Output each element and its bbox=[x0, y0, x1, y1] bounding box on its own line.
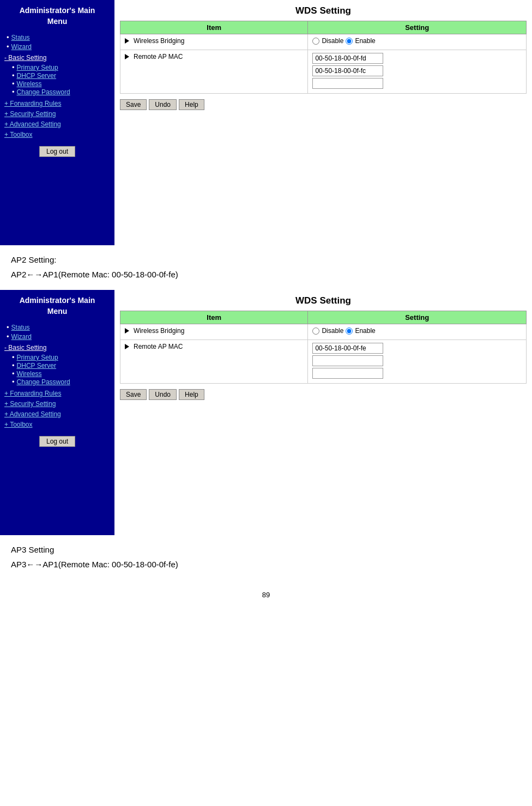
table-row-wireless-1: Wireless Bridging Disable Enable bbox=[120, 34, 527, 50]
radio-group-2: Disable Enable bbox=[312, 327, 522, 335]
sidebar-toolbox-1[interactable]: + Toolbox bbox=[4, 130, 110, 138]
mac-input-2-2[interactable] bbox=[312, 355, 383, 366]
radio-group-1: Disable Enable bbox=[312, 37, 522, 45]
undo-button-1[interactable]: Undo bbox=[149, 99, 177, 110]
sidebar-advanced-1[interactable]: + Advanced Setting bbox=[4, 120, 110, 128]
remote-mac-setting-1 bbox=[308, 50, 527, 94]
wireless-bridging-item-1: Wireless Bridging bbox=[125, 37, 303, 45]
sidebar-toolbox-2[interactable]: + Toolbox bbox=[4, 420, 110, 428]
sidebar-subsection-1: Primary Setup DHCP Server Wireless Chang… bbox=[10, 63, 110, 96]
save-button-2[interactable]: Save bbox=[120, 389, 147, 400]
sidebar-forwarding-1[interactable]: + Forwarding Rules bbox=[4, 99, 110, 107]
panel-1: Administrator's Main Menu Status Wizard … bbox=[0, 0, 532, 245]
label-enable-1: Enable bbox=[355, 37, 375, 45]
sidebar-2: Administrator's Main Menu Status Wizard … bbox=[0, 290, 114, 535]
col-setting-2: Setting bbox=[308, 311, 527, 324]
sidebar-primary-setup-2[interactable]: Primary Setup bbox=[12, 353, 110, 361]
wireless-bridging-setting-1: Disable Enable bbox=[308, 34, 527, 50]
col-item-1: Item bbox=[120, 21, 308, 34]
sidebar-item-status-2[interactable]: Status bbox=[7, 323, 110, 331]
save-button-1[interactable]: Save bbox=[120, 99, 147, 110]
radio-disable-2[interactable] bbox=[312, 328, 319, 335]
desc-arrow-1: AP2←→AP1(Remote Mac: 00-50-18-00-0f-fe) bbox=[11, 270, 521, 279]
label-enable-2: Enable bbox=[355, 327, 375, 335]
desc-section-1: AP2 Setting: AP2←→AP1(Remote Mac: 00-50-… bbox=[0, 245, 532, 284]
button-row-2: Save Undo Help bbox=[120, 389, 527, 400]
sidebar-dhcp-server-2[interactable]: DHCP Server bbox=[12, 361, 110, 369]
wds-table-1: Item Setting Wireless Bridging bbox=[120, 21, 527, 94]
label-disable-2: Disable bbox=[322, 327, 343, 335]
radio-enable-2[interactable] bbox=[346, 328, 353, 335]
table-row-wireless-2: Wireless Bridging Disable Enable bbox=[120, 324, 527, 340]
logout-button-2[interactable]: Log out bbox=[39, 436, 75, 447]
remote-mac-cell-1: Remote AP MAC bbox=[120, 50, 308, 94]
sidebar-subsection-2: Primary Setup DHCP Server Wireless Chang… bbox=[10, 353, 110, 386]
sidebar-basic-label-1[interactable]: - Basic Setting bbox=[4, 54, 110, 62]
mac-input-1-2[interactable] bbox=[312, 65, 383, 76]
sidebar-primary-setup-1[interactable]: Primary Setup bbox=[12, 63, 110, 71]
label-disable-1: Disable bbox=[322, 37, 343, 45]
page-number: 89 bbox=[0, 591, 532, 599]
wireless-bridging-cell-1: Wireless Bridging bbox=[120, 34, 308, 50]
desc-section-2: AP3 Setting AP3←→AP1(Remote Mac: 00-50-1… bbox=[0, 535, 532, 574]
wds-title-1: WDS Setting bbox=[120, 5, 527, 16]
page-wrapper: Administrator's Main Menu Status Wizard … bbox=[0, 0, 532, 806]
mac-input-1-1[interactable] bbox=[312, 53, 383, 64]
col-item-2: Item bbox=[120, 311, 308, 324]
triangle-icon-1 bbox=[125, 38, 129, 44]
desc-arrow-2: AP3←→AP1(Remote Mac: 00-50-18-00-0f-fe) bbox=[11, 560, 521, 569]
triangle-icon-2 bbox=[125, 328, 129, 334]
radio-disable-1[interactable] bbox=[312, 38, 319, 45]
sidebar-security-1[interactable]: + Security Setting bbox=[4, 110, 110, 118]
desc-heading-1: AP2 Setting: bbox=[11, 255, 521, 264]
triangle-icon-mac-2 bbox=[125, 344, 129, 349]
button-row-1: Save Undo Help bbox=[120, 99, 527, 110]
sidebar-2-nav: Status Wizard - Basic Setting Primary Se… bbox=[4, 323, 110, 428]
triangle-icon-mac-1 bbox=[125, 54, 129, 59]
wds-table-2: Item Setting Wireless Bridging bbox=[120, 311, 527, 384]
sidebar-forwarding-2[interactable]: + Forwarding Rules bbox=[4, 389, 110, 397]
sidebar-basic-section-1: - Basic Setting Primary Setup DHCP Serve… bbox=[4, 54, 110, 96]
wireless-bridging-cell-2: Wireless Bridging bbox=[120, 324, 308, 340]
sidebar-advanced-2[interactable]: + Advanced Setting bbox=[4, 410, 110, 418]
remote-mac-item-2: Remote AP MAC bbox=[125, 343, 303, 350]
remote-mac-item-1: Remote AP MAC bbox=[125, 53, 303, 60]
radio-enable-1[interactable] bbox=[346, 38, 353, 45]
sidebar-change-password-1[interactable]: Change Password bbox=[12, 88, 110, 96]
sidebar-basic-label-2[interactable]: - Basic Setting bbox=[4, 344, 110, 352]
wireless-bridging-item-2: Wireless Bridging bbox=[125, 327, 303, 335]
sidebar-security-2[interactable]: + Security Setting bbox=[4, 399, 110, 408]
sidebar-item-wizard-2[interactable]: Wizard bbox=[7, 332, 110, 341]
table-row-mac-1: Remote AP MAC bbox=[120, 50, 527, 94]
remote-mac-setting-2 bbox=[308, 340, 527, 384]
sidebar-2-logout: Log out bbox=[4, 436, 110, 447]
logout-button-1[interactable]: Log out bbox=[39, 146, 75, 157]
mac-input-1-3[interactable] bbox=[312, 78, 383, 89]
sidebar-1-title: Administrator's Main Menu bbox=[4, 5, 110, 27]
remote-mac-cell-2: Remote AP MAC bbox=[120, 340, 308, 384]
sidebar-basic-section-2: - Basic Setting Primary Setup DHCP Serve… bbox=[4, 344, 110, 386]
main-content-2: WDS Setting Item Setting Wireless Bridgi… bbox=[114, 290, 532, 535]
col-setting-1: Setting bbox=[308, 21, 527, 34]
wds-title-2: WDS Setting bbox=[120, 295, 527, 306]
wireless-bridging-setting-2: Disable Enable bbox=[308, 324, 527, 340]
sidebar-wireless-1[interactable]: Wireless bbox=[12, 80, 110, 88]
sidebar-2-title: Administrator's Main Menu bbox=[4, 295, 110, 317]
sidebar-1-logout: Log out bbox=[4, 146, 110, 157]
help-button-1[interactable]: Help bbox=[179, 99, 204, 110]
sidebar-1-nav: Status Wizard - Basic Setting Primary Se… bbox=[4, 33, 110, 138]
sidebar-item-status-1[interactable]: Status bbox=[7, 33, 110, 41]
mac-input-2-3[interactable] bbox=[312, 368, 383, 379]
sidebar-wireless-2[interactable]: Wireless bbox=[12, 369, 110, 378]
help-button-2[interactable]: Help bbox=[179, 389, 204, 400]
mac-input-2-1[interactable] bbox=[312, 343, 383, 354]
table-row-mac-2: Remote AP MAC bbox=[120, 340, 527, 384]
sidebar-1: Administrator's Main Menu Status Wizard … bbox=[0, 0, 114, 245]
desc-heading-2: AP3 Setting bbox=[11, 545, 521, 554]
sidebar-dhcp-server-1[interactable]: DHCP Server bbox=[12, 71, 110, 80]
main-content-1: WDS Setting Item Setting Wireless Bridgi… bbox=[114, 0, 532, 245]
undo-button-2[interactable]: Undo bbox=[149, 389, 177, 400]
sidebar-change-password-2[interactable]: Change Password bbox=[12, 378, 110, 386]
panel-2: Administrator's Main Menu Status Wizard … bbox=[0, 290, 532, 535]
sidebar-item-wizard-1[interactable]: Wizard bbox=[7, 43, 110, 51]
